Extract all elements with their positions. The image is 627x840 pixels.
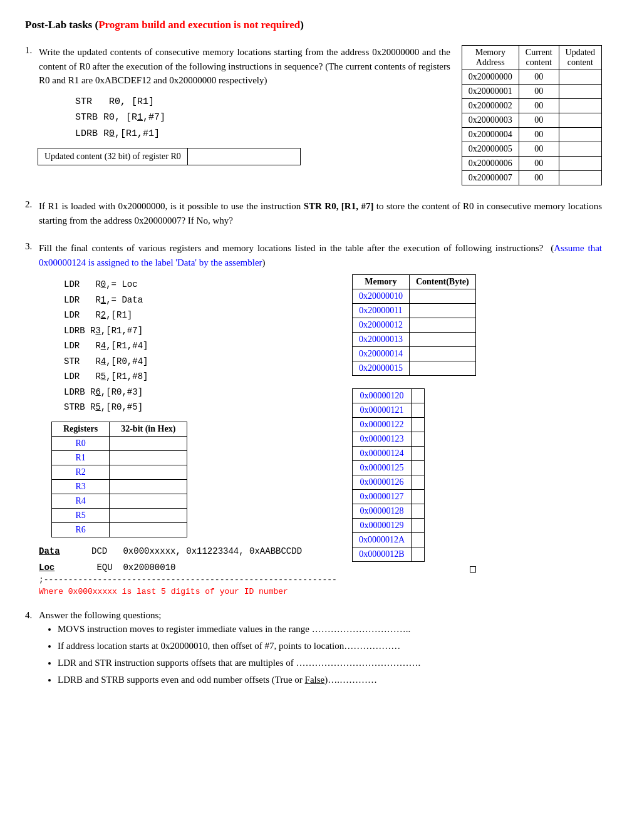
q2-text: If R1 is loaded with 0x20000000, is it p…	[39, 199, 602, 227]
mem-current: 00	[519, 99, 559, 113]
mem-addr: 0x20000002	[462, 99, 519, 113]
mem-col-addr: MemoryAddress	[462, 46, 519, 70]
mem-content[interactable]	[412, 432, 425, 447]
table-row: 0x20000002 00	[462, 99, 601, 113]
mem-content[interactable]	[412, 504, 425, 519]
q4-bullet-4: LDRB and STRB supports even and odd numb…	[58, 671, 420, 688]
mem-content[interactable]	[409, 289, 475, 304]
mem-updated[interactable]	[559, 157, 601, 171]
mem-updated[interactable]	[559, 85, 601, 99]
question-1: 1. Write the updated contents of consecu…	[25, 45, 602, 185]
table-row: 0x20000005 00	[462, 142, 601, 157]
mem-addr: 0x0000012B	[352, 547, 411, 562]
loc-equ-line: Loc EQU 0x20000010	[39, 563, 337, 573]
mem-content[interactable]	[409, 361, 475, 376]
mem-content[interactable]	[412, 547, 425, 562]
mem-addr: 0x20000013	[352, 333, 409, 347]
mem-addr: 0x20000000	[462, 70, 519, 85]
mem-updated[interactable]	[559, 128, 601, 142]
reg-val[interactable]	[110, 494, 187, 508]
q2-bold-instr: STR R0, [R1, #7]	[304, 201, 374, 211]
mem-updated[interactable]	[559, 113, 601, 128]
mem-current: 00	[519, 85, 559, 99]
table-row: R1	[52, 450, 187, 465]
mem-addr: 0x20000003	[462, 113, 519, 128]
reg-name: R2	[52, 465, 110, 479]
mem-addr: 0x0000012A	[352, 533, 411, 547]
mem-content[interactable]	[409, 333, 475, 347]
table-row: 0x0000012A	[352, 533, 424, 547]
mem-current: 00	[519, 157, 559, 171]
mem-content[interactable]	[412, 475, 425, 490]
mem-addr: 0x00000125	[352, 461, 411, 475]
table-row: 0x20000004 00	[462, 128, 601, 142]
mem-content[interactable]	[412, 403, 425, 418]
mem-col-current: Currentcontent	[519, 46, 559, 70]
q3-text: Fill the final contents of various regis…	[39, 241, 602, 269]
q1-number: 1.	[25, 45, 39, 56]
mem-current: 00	[519, 128, 559, 142]
mem2-col-content: Content(Byte)	[409, 275, 475, 289]
q3-mem-top-table: Memory Content(Byte) 0x20000010 0x200000…	[352, 274, 476, 376]
table-row: 0x20000001 00	[462, 85, 601, 99]
reg-val[interactable]	[110, 450, 187, 465]
mem-content[interactable]	[412, 461, 425, 475]
separator-line: ;---------------------------------------…	[39, 575, 337, 584]
table-row: R3	[52, 479, 187, 494]
page-title: Post-Lab tasks (Program build and execut…	[25, 19, 602, 31]
mem-content[interactable]	[412, 447, 425, 461]
table-row: R5	[52, 508, 187, 522]
instr-3: LDRB R0,[R1,#1]	[75, 126, 450, 142]
mem-addr: 0x00000128	[352, 504, 411, 519]
where-note: Where 0x000xxxxx is last 5 digits of you…	[39, 587, 337, 596]
mem2-col-addr: Memory	[352, 275, 409, 289]
q3-reg-table: Registers 32-bit (in Hex) R0 R1 R2 R3 R4	[51, 422, 187, 537]
updated-register-value[interactable]	[188, 148, 300, 165]
title-prefix: Post-Lab tasks (	[25, 19, 98, 31]
table-row: 0x00000121	[352, 403, 424, 418]
reg-val[interactable]	[110, 508, 187, 522]
table-row: 0x0000012B	[352, 547, 424, 562]
table-row: 0x20000015	[352, 361, 475, 376]
table-row: 0x20000013	[352, 333, 475, 347]
reg-name: R6	[52, 522, 110, 537]
reg-val[interactable]	[110, 436, 187, 450]
q4-bullets: MOVS instruction moves to register immed…	[58, 621, 420, 688]
updated-register-label: Updated content (32 bit) of register R0	[38, 148, 188, 165]
mem-addr: 0x20000011	[352, 304, 409, 318]
mem-content[interactable]	[409, 347, 475, 361]
table-row: 0x00000123	[352, 432, 424, 447]
reg-val[interactable]	[110, 522, 187, 537]
mem-updated[interactable]	[559, 70, 601, 85]
table-row: R2	[52, 465, 187, 479]
table-row: 0x20000007 00	[462, 171, 601, 185]
mem-addr: 0x20000015	[352, 361, 409, 376]
data-dcd-line: Data DCD 0x000xxxxx, 0x11223344, 0xAABBC…	[39, 546, 337, 556]
mem-content[interactable]	[409, 304, 475, 318]
mem-content[interactable]	[412, 418, 425, 432]
table-row: 0x00000124	[352, 447, 424, 461]
mem-current: 00	[519, 171, 559, 185]
table-row: 0x20000010	[352, 289, 475, 304]
q4-number: 4.	[25, 610, 39, 621]
q3-mem-bottom-table: 0x00000120 0x00000121 0x00000122 0x00000…	[352, 385, 425, 562]
mem-content[interactable]	[412, 519, 425, 533]
mem-content[interactable]	[412, 490, 425, 504]
mem-addr: 0x20000005	[462, 142, 519, 157]
mem-updated[interactable]	[559, 171, 601, 185]
table-row: R0	[52, 436, 187, 450]
q3-instructions: LDR R0,= Loc LDR R1,= Data LDR R2,[R1] L…	[64, 277, 337, 415]
reg-val[interactable]	[110, 465, 187, 479]
mem-content[interactable]	[412, 533, 425, 547]
mem-updated[interactable]	[559, 142, 601, 157]
table-row: 0x00000127	[352, 490, 424, 504]
table-row: 0x00000126	[352, 475, 424, 490]
mem-updated[interactable]	[559, 99, 601, 113]
mem-addr: 0x00000124	[352, 447, 411, 461]
mem-content[interactable]	[409, 318, 475, 333]
mem-current: 00	[519, 113, 559, 128]
mem-current: 00	[519, 142, 559, 157]
reg-val[interactable]	[110, 479, 187, 494]
mem-content[interactable]	[412, 389, 425, 403]
q3-blue-text: Assume that 0x00000124 is assigned to th…	[39, 243, 602, 267]
